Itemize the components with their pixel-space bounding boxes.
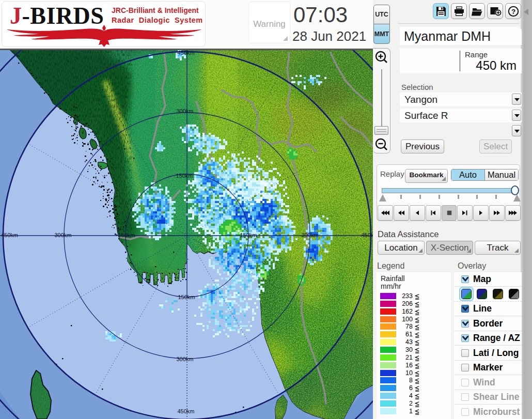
svg-text:150km: 150km (118, 232, 135, 238)
svg-text:150km: 150km (178, 294, 195, 300)
svg-text:300km: 300km (176, 356, 193, 362)
svg-text:?: ? (511, 8, 515, 15)
svg-text:450km: 450km (361, 232, 373, 238)
svg-text:450km: 450km (177, 408, 194, 414)
svg-text:300km: 300km (301, 232, 318, 238)
svg-text:300km: 300km (176, 108, 193, 114)
svg-text:450km: 450km (1, 232, 18, 238)
svg-text:150km: 150km (240, 232, 257, 238)
svg-text:300km: 300km (54, 232, 71, 238)
svg-text:450km: 450km (177, 50, 194, 56)
svg-text:150km: 150km (176, 173, 193, 179)
